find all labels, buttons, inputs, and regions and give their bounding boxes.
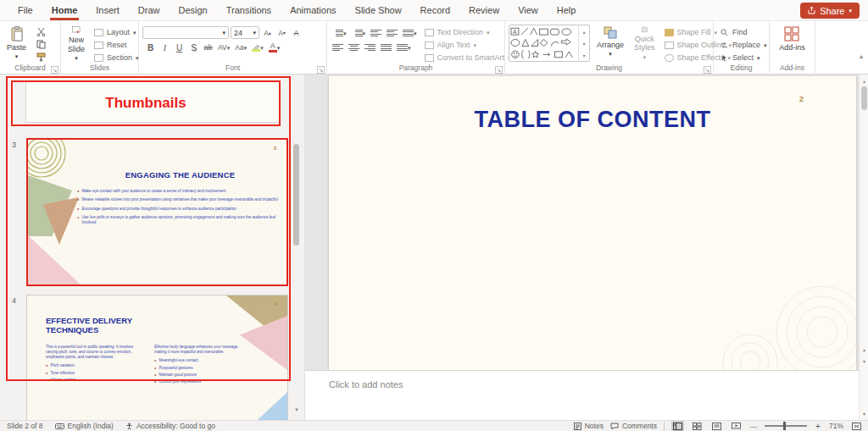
align-left-button[interactable] bbox=[331, 41, 345, 53]
bold-button[interactable]: B bbox=[144, 41, 157, 53]
font-color-button[interactable]: A▾ bbox=[267, 41, 282, 53]
main-scrollbar[interactable]: ▴ ▴ ▾ ▾ bbox=[859, 75, 868, 420]
text-direction-button[interactable]: Text Direction▾ bbox=[422, 27, 514, 37]
copy-icon bbox=[36, 40, 46, 49]
notes-pane[interactable]: Click to add notes bbox=[305, 370, 859, 420]
tab-view[interactable]: View bbox=[509, 0, 548, 20]
slide-sorter-view-button[interactable] bbox=[691, 421, 704, 431]
thumbnail-slide-4[interactable]: 4 EFFECTIVE DELIVERY TECHNIQUES This is … bbox=[26, 295, 288, 420]
layout-button[interactable]: Layout▾ bbox=[92, 27, 142, 37]
zoom-slider[interactable] bbox=[765, 425, 807, 427]
shapes-more-icon[interactable]: ▾ bbox=[579, 49, 589, 61]
share-button[interactable]: Share ▾ bbox=[800, 3, 860, 19]
next-slide-button[interactable]: ▾ bbox=[860, 356, 868, 366]
decrease-indent-button[interactable] bbox=[369, 27, 383, 39]
thumbnail-scroll-down-icon[interactable]: ▾ bbox=[292, 405, 302, 415]
highlight-color-button[interactable]: ▾ bbox=[250, 41, 265, 53]
reading-view-button[interactable] bbox=[710, 421, 723, 431]
tab-home[interactable]: Home bbox=[42, 0, 87, 20]
tab-draw[interactable]: Draw bbox=[129, 0, 170, 20]
paragraph-dialog-launcher[interactable]: ↘ bbox=[495, 66, 503, 74]
replace-button[interactable]: Replace▾ bbox=[717, 40, 770, 50]
previous-slide-button[interactable]: ▴ bbox=[860, 344, 868, 354]
paste-button[interactable]: Paste ▾ bbox=[3, 25, 30, 63]
convert-to-smartart-button[interactable]: Convert to SmartArt▾ bbox=[422, 52, 514, 63]
font-dialog-launcher[interactable]: ↘ bbox=[317, 66, 325, 74]
scroll-up-icon[interactable]: ▴ bbox=[860, 75, 868, 86]
change-case-button[interactable]: Aa▾ bbox=[233, 41, 248, 53]
font-size-combo[interactable]: 24▾ bbox=[231, 26, 259, 39]
tab-insert[interactable]: Insert bbox=[86, 0, 129, 20]
collapse-ribbon-button[interactable]: ▴ bbox=[860, 52, 863, 60]
language-selector[interactable]: English (India) bbox=[55, 422, 114, 430]
shape-outline-icon bbox=[665, 41, 674, 49]
tab-slide-show[interactable]: Slide Show bbox=[346, 0, 411, 20]
clipboard-dialog-launcher[interactable]: ↘ bbox=[51, 66, 58, 74]
italic-button[interactable]: I bbox=[159, 41, 171, 53]
font-size-value: 24 bbox=[234, 29, 242, 37]
slide-indicator[interactable]: Slide 2 of 8 bbox=[7, 422, 43, 430]
tab-record[interactable]: Record bbox=[411, 0, 459, 20]
main-scrollbar-thumb[interactable] bbox=[861, 86, 867, 110]
normal-view-button[interactable] bbox=[671, 421, 684, 431]
format-painter-button[interactable] bbox=[33, 52, 48, 63]
shapes-scroll-up-icon[interactable]: ▴ bbox=[579, 25, 589, 37]
slideshow-button[interactable] bbox=[730, 421, 743, 431]
find-button[interactable]: Find bbox=[717, 27, 770, 37]
cut-button[interactable] bbox=[33, 26, 48, 37]
fit-to-window-button[interactable] bbox=[850, 421, 863, 431]
notes-toggle[interactable]: Notes bbox=[574, 422, 604, 430]
copy-button[interactable] bbox=[33, 39, 48, 50]
font-family-combo[interactable]: ▾ bbox=[142, 26, 229, 39]
shapes-scroll-down-icon[interactable]: ▾ bbox=[579, 37, 589, 49]
tab-review[interactable]: Review bbox=[459, 0, 509, 20]
shapes-gallery[interactable]: A ▴ ▾ ▾ bbox=[509, 25, 590, 62]
decrease-font-size-button[interactable]: A▾ bbox=[275, 27, 288, 39]
justify-button[interactable] bbox=[379, 41, 393, 53]
tab-help[interactable]: Help bbox=[548, 0, 586, 20]
slide4-page-number: 4 bbox=[275, 301, 277, 307]
strikethrough-button[interactable]: ab bbox=[202, 41, 214, 53]
numbering-button[interactable]: ▾ bbox=[350, 27, 368, 39]
zoom-in-button[interactable]: + bbox=[814, 422, 822, 431]
reset-button[interactable]: Reset bbox=[92, 40, 142, 50]
character-spacing-button[interactable]: AV▾ bbox=[216, 41, 231, 53]
align-right-button[interactable] bbox=[363, 41, 377, 53]
accessibility-status[interactable]: Accessibility: Good to go bbox=[125, 422, 215, 430]
slide-title[interactable]: TABLE OF CONTENT bbox=[329, 107, 856, 133]
align-text-button[interactable]: Align Text▾ bbox=[422, 40, 514, 50]
quick-styles-button[interactable]: QuickStyles ▾ bbox=[631, 25, 659, 63]
tab-file[interactable]: File bbox=[8, 0, 42, 20]
decrease-indent-icon bbox=[370, 30, 381, 37]
underline-button[interactable]: U bbox=[173, 41, 186, 53]
clear-formatting-button[interactable]: A bbox=[290, 27, 303, 39]
comments-toggle[interactable]: Comments bbox=[610, 422, 657, 430]
slide-canvas[interactable]: 2 TABLE OF CONTENT bbox=[329, 76, 856, 370]
increase-font-size-button[interactable]: A▴ bbox=[261, 27, 274, 39]
zoom-level[interactable]: 71% bbox=[829, 422, 843, 430]
tab-animations[interactable]: Animations bbox=[281, 0, 345, 20]
text-shadow-button[interactable]: S bbox=[187, 41, 200, 53]
tab-design[interactable]: Design bbox=[169, 0, 216, 20]
drawing-dialog-launcher[interactable]: ↘ bbox=[704, 66, 711, 74]
addins-button[interactable]: Add-ins bbox=[776, 25, 809, 63]
new-slide-button[interactable]: New Slide ▾ bbox=[64, 25, 88, 63]
slide4-blue-triangle bbox=[209, 392, 287, 420]
zoom-out-button[interactable]: — bbox=[749, 423, 758, 430]
slide4-right-column: Effective body language enhances your me… bbox=[154, 345, 249, 385]
scroll-down-icon[interactable]: ▾ bbox=[860, 408, 868, 418]
arrange-button[interactable]: Arrange ▾ bbox=[593, 25, 627, 63]
increase-indent-button[interactable] bbox=[385, 27, 399, 39]
thumbnail-slide-2-partial[interactable] bbox=[25, 80, 281, 123]
normal-view-icon bbox=[673, 423, 682, 430]
columns-button[interactable]: ▾ bbox=[395, 41, 413, 53]
align-center-button[interactable] bbox=[347, 41, 361, 53]
select-button[interactable]: Select▾ bbox=[717, 52, 770, 63]
section-button[interactable]: Section▾ bbox=[92, 52, 142, 63]
tab-transitions[interactable]: Transitions bbox=[217, 0, 281, 20]
thumbnail-slide-3[interactable]: 3 ENGAGING THE AUDIENCE ●Make eye contac… bbox=[26, 138, 288, 286]
thumbnail-scrollbar[interactable] bbox=[293, 144, 299, 246]
bullets-button[interactable]: ▾ bbox=[331, 27, 348, 39]
zoom-slider-thumb[interactable] bbox=[783, 422, 786, 430]
line-spacing-button[interactable]: ▾ bbox=[401, 27, 419, 39]
